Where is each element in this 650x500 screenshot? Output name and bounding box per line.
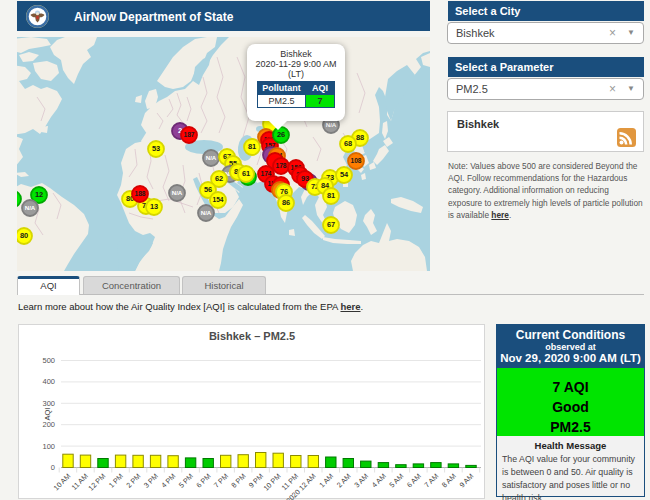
svg-text:200: 200 <box>42 420 55 429</box>
svg-text:9 AM: 9 AM <box>457 472 475 490</box>
svg-text:100: 100 <box>42 442 55 451</box>
svg-text:81: 81 <box>248 142 256 151</box>
svg-text:500: 500 <box>42 356 55 365</box>
svg-text:108: 108 <box>350 157 361 164</box>
svg-text:8 AM: 8 AM <box>440 472 458 490</box>
svg-text:86: 86 <box>282 198 290 207</box>
svg-text:178: 178 <box>275 162 286 169</box>
svg-text:10 PM: 10 PM <box>262 472 283 493</box>
svg-text:12 PM: 12 PM <box>86 472 107 493</box>
svg-text:3 AM: 3 AM <box>352 472 370 490</box>
svg-text:400: 400 <box>42 377 55 386</box>
svg-text:6 PM: 6 PM <box>194 472 212 490</box>
svg-text:62: 62 <box>215 174 223 183</box>
svg-text:N/A: N/A <box>172 189 183 196</box>
svg-text:154: 154 <box>212 196 223 203</box>
svg-text:12: 12 <box>35 190 43 199</box>
svg-text:54: 54 <box>340 170 349 179</box>
svg-text:N/A: N/A <box>206 154 217 161</box>
svg-text:N/A: N/A <box>25 204 36 211</box>
svg-text:68: 68 <box>344 139 352 148</box>
svg-text:67: 67 <box>327 220 335 229</box>
svg-text:3 PM: 3 PM <box>142 472 160 490</box>
svg-text:13: 13 <box>150 202 158 211</box>
svg-text:4 PM: 4 PM <box>159 472 177 490</box>
svg-text:1 AM: 1 AM <box>317 472 335 490</box>
svg-text:53: 53 <box>152 144 160 153</box>
svg-text:8 PM: 8 PM <box>229 472 247 490</box>
svg-text:80: 80 <box>20 231 28 240</box>
svg-text:Bishkek – PM2.5: Bishkek – PM2.5 <box>209 330 295 342</box>
svg-text:AQI: AQI <box>43 408 52 421</box>
svg-text:187: 187 <box>183 131 194 138</box>
svg-text:88: 88 <box>356 133 364 142</box>
svg-text:188: 188 <box>134 190 145 197</box>
svg-text:5 AM: 5 AM <box>387 472 405 490</box>
svg-text:5 PM: 5 PM <box>177 472 195 490</box>
svg-text:81: 81 <box>327 191 335 200</box>
svg-text:10 AM: 10 AM <box>52 472 73 493</box>
svg-text:2 PM: 2 PM <box>124 472 142 490</box>
svg-text:11 AM: 11 AM <box>70 472 90 492</box>
svg-text:N/A: N/A <box>201 209 212 216</box>
svg-text:4 AM: 4 AM <box>370 472 388 490</box>
svg-text:6 AM: 6 AM <box>405 472 423 490</box>
svg-text:1 PM: 1 PM <box>107 472 125 490</box>
svg-text:300: 300 <box>42 399 55 408</box>
svg-text:7 AM: 7 AM <box>422 472 440 490</box>
svg-text:56: 56 <box>204 185 212 194</box>
svg-text:26: 26 <box>277 130 285 139</box>
svg-text:7 PM: 7 PM <box>212 472 230 490</box>
svg-text:N/A: N/A <box>326 121 337 128</box>
svg-text:61: 61 <box>242 169 250 178</box>
svg-text:0: 0 <box>51 463 55 472</box>
svg-text:2 AM: 2 AM <box>335 472 353 490</box>
